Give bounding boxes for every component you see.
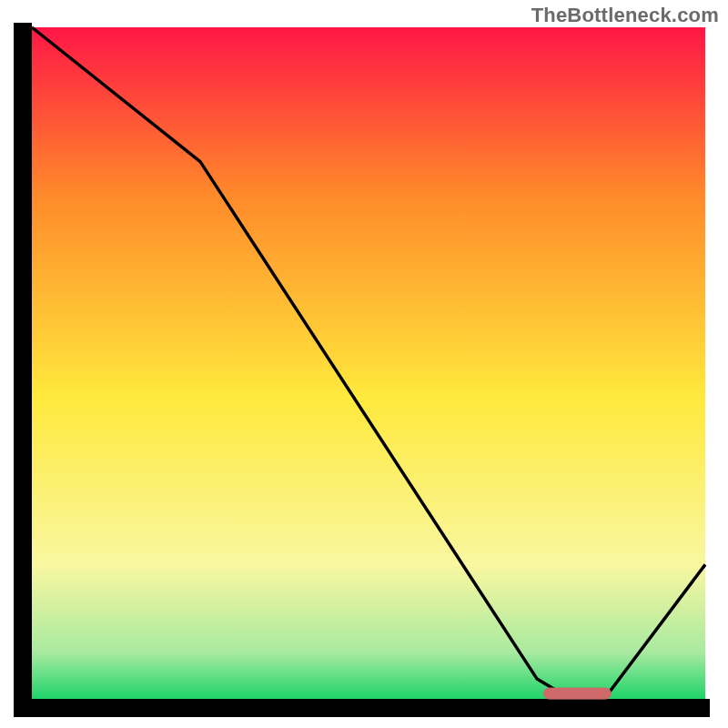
chart-container: { "watermark": "TheBottleneck.com", "col… xyxy=(0,0,728,728)
bottleneck-chart xyxy=(0,0,728,728)
optimal-marker xyxy=(543,688,611,699)
plot-background xyxy=(32,27,705,699)
